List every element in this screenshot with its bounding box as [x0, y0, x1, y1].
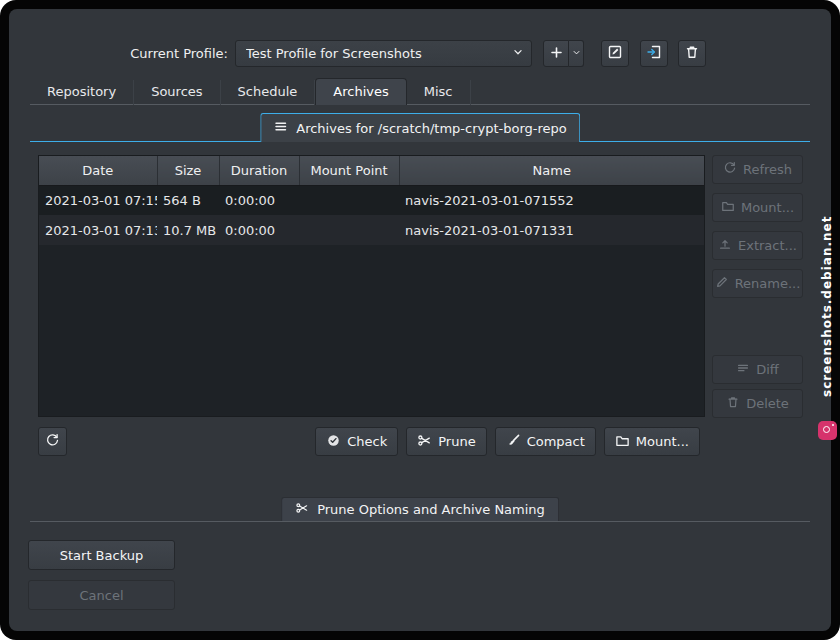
delete-profile-button[interactable] — [678, 40, 706, 67]
extract-archive-button[interactable]: Extract... — [712, 231, 803, 260]
table-row[interactable]: 2021-03-01 07:13 10.7 MB 0:00:00 navis-2… — [39, 215, 704, 245]
refresh-button-label: Refresh — [743, 162, 792, 177]
profile-select-value: Test Profile for Screenshots — [246, 46, 511, 61]
plus-icon — [549, 45, 564, 63]
compact-button[interactable]: Compact — [495, 427, 596, 456]
table-row[interactable]: 2021-03-01 07:15 564 B 0:00:00 navis-202… — [39, 185, 704, 215]
tab-sources[interactable]: Sources — [134, 80, 220, 105]
edit-icon — [607, 44, 623, 63]
archive-list-icon — [273, 119, 288, 137]
extract-icon — [718, 237, 732, 254]
current-profile-label: Current Profile: — [9, 46, 228, 61]
screenshots-site-icon — [818, 421, 837, 440]
refresh-icon — [723, 161, 737, 178]
application-window: Current Profile: Test Profile for Screen… — [0, 0, 840, 640]
prune-options-section-toggle[interactable]: Prune Options and Archive Naming — [281, 497, 559, 521]
scissors-icon — [417, 433, 432, 451]
cancel-button[interactable]: Cancel — [28, 580, 175, 610]
column-header-duration[interactable]: Duration — [219, 156, 299, 185]
profile-row: Current Profile: Test Profile for Screen… — [9, 40, 831, 67]
delete-icon — [726, 395, 740, 412]
archives-repo-subtab[interactable]: Archives for /scratch/tmp-crypt-borg-rep… — [260, 113, 580, 142]
add-profile-button[interactable] — [543, 40, 569, 67]
prune-options-label: Prune Options and Archive Naming — [317, 502, 545, 517]
tab-schedule[interactable]: Schedule — [221, 80, 316, 105]
profile-select[interactable]: Test Profile for Screenshots — [235, 40, 532, 67]
column-header-date[interactable]: Date — [39, 156, 157, 185]
cell-mount-point — [299, 215, 399, 245]
column-header-size[interactable]: Size — [157, 156, 219, 185]
prune-button[interactable]: Prune — [406, 427, 486, 456]
scissors-icon — [295, 501, 309, 518]
folder-icon — [721, 199, 735, 216]
tab-archives[interactable]: Archives — [315, 78, 406, 105]
diff-archives-button[interactable]: Diff — [712, 355, 803, 384]
refresh-list-button[interactable] — [38, 427, 67, 456]
start-backup-button[interactable]: Start Backup — [28, 540, 175, 570]
prune-button-label: Prune — [438, 434, 475, 449]
tab-misc[interactable]: Misc — [407, 80, 471, 105]
cell-date: 2021-03-01 07:13 — [39, 215, 157, 245]
import-profile-button[interactable] — [640, 40, 668, 67]
cell-size: 10.7 MB — [157, 215, 219, 245]
delete-archive-button[interactable]: Delete — [712, 389, 803, 418]
compact-button-label: Compact — [527, 434, 585, 449]
mount-repo-button[interactable]: Mount... — [604, 427, 700, 456]
cell-name: navis-2021-03-01-071331 — [399, 215, 704, 245]
diff-icon — [736, 361, 750, 378]
main-tabbar: Repository Sources Schedule Archives Mis… — [30, 80, 471, 105]
chevron-down-icon — [571, 46, 582, 61]
rename-icon — [715, 275, 729, 292]
check-icon — [326, 433, 341, 451]
add-profile-split-button — [543, 40, 584, 67]
trash-icon — [684, 44, 700, 63]
archive-actions: Check Prune Compact — [315, 427, 700, 456]
tab-pane-bottom-border — [30, 521, 810, 522]
archives-subtab-label: Archives for /scratch/tmp-crypt-borg-rep… — [296, 121, 567, 136]
mount-archive-button[interactable]: Mount... — [712, 193, 803, 222]
column-header-mount-point[interactable]: Mount Point — [299, 156, 399, 185]
add-profile-dropdown[interactable] — [569, 40, 584, 67]
cell-name: navis-2021-03-01-071552 — [399, 185, 704, 215]
edit-profile-button[interactable] — [601, 40, 629, 67]
mount-repo-button-label: Mount... — [636, 434, 689, 449]
compact-brush-icon — [506, 433, 521, 451]
cell-duration: 0:00:00 — [219, 185, 299, 215]
cell-size: 564 B — [157, 185, 219, 215]
extract-button-label: Extract... — [738, 238, 797, 253]
refresh-archives-button[interactable]: Refresh — [712, 155, 803, 184]
folder-icon — [615, 433, 630, 451]
rename-archive-button[interactable]: Rename... — [712, 269, 803, 298]
table-header-row: Date Size Duration Mount Point Name — [39, 156, 704, 185]
check-button-label: Check — [347, 434, 387, 449]
import-profile-icon — [646, 44, 662, 63]
column-header-name[interactable]: Name — [399, 156, 704, 185]
chevron-down-icon — [511, 45, 525, 62]
watermark-text: screenshots.debian.net — [820, 192, 840, 420]
window-content: Current Profile: Test Profile for Screen… — [9, 9, 831, 631]
check-button[interactable]: Check — [315, 427, 398, 456]
diff-button-label: Diff — [756, 362, 779, 377]
archives-table[interactable]: Date Size Duration Mount Point Name 2021… — [38, 155, 705, 417]
cell-date: 2021-03-01 07:15 — [39, 185, 157, 215]
cell-duration: 0:00:00 — [219, 215, 299, 245]
delete-button-label: Delete — [746, 396, 789, 411]
mount-button-label: Mount... — [741, 200, 794, 215]
tab-repository[interactable]: Repository — [30, 80, 134, 105]
cell-mount-point — [299, 185, 399, 215]
refresh-icon — [45, 433, 60, 451]
rename-button-label: Rename... — [735, 276, 801, 291]
